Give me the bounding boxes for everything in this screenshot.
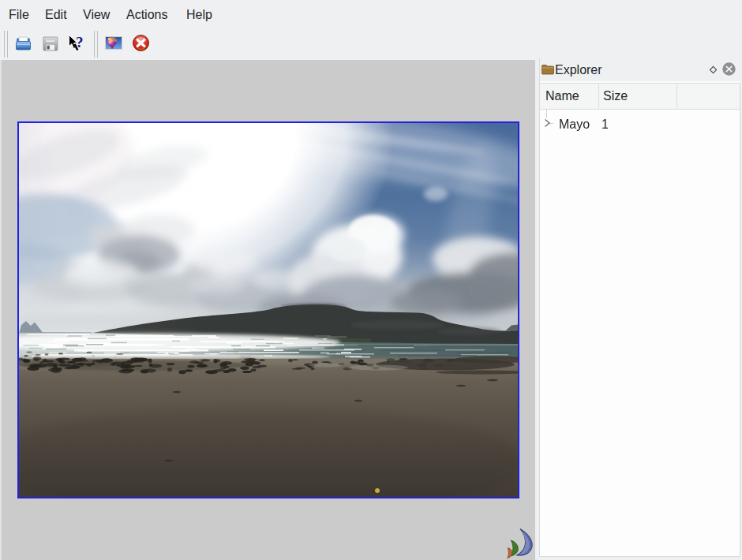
svg-text:?: ?: [76, 35, 84, 50]
